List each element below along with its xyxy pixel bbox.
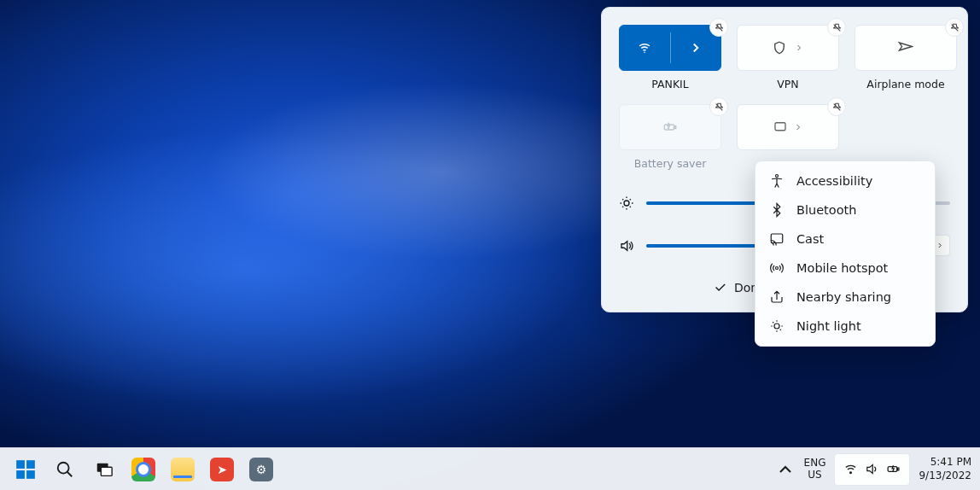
menu-item-mobile-hotspot[interactable]: Mobile hotspot	[761, 254, 930, 283]
menu-item-accessibility[interactable]: Accessibility	[761, 166, 930, 195]
project-icon	[773, 120, 788, 135]
unpin-icon	[714, 102, 725, 113]
hidden-tile[interactable]	[737, 104, 839, 150]
task-view-button[interactable]	[87, 452, 121, 487]
battery-saver-tile[interactable]	[619, 104, 721, 150]
taskbar-right: ENG US 5:41 PM 9/13/2022	[775, 453, 971, 486]
taskview-icon	[95, 460, 114, 479]
svg-rect-15	[26, 470, 35, 479]
wifi-icon	[637, 40, 652, 55]
unpin-icon	[714, 22, 725, 33]
chevron-right-icon	[936, 239, 944, 252]
time-text: 5:41 PM	[919, 456, 971, 470]
unpin-icon	[831, 102, 843, 113]
speaker-icon	[619, 238, 634, 254]
add-tile-menu: Accessibility Bluetooth Cast Mobile hots…	[755, 160, 936, 347]
search-button[interactable]	[48, 452, 82, 487]
wifi-label: PANKIL	[651, 78, 689, 90]
hotspot-icon	[769, 260, 785, 276]
accessibility-icon	[769, 173, 785, 189]
unpin-icon	[831, 22, 843, 33]
svg-rect-3	[775, 123, 785, 131]
pinned-app-red[interactable]: ➤	[205, 452, 239, 487]
wifi-unpin-button[interactable]	[709, 18, 728, 37]
system-tray-button[interactable]	[834, 453, 910, 486]
quick-settings-tiles: PANKIL VPN Airplane mode	[619, 25, 950, 170]
taskbar: ➤ ⚙ ENG US 5:41 PM 9/13/2022	[0, 447, 980, 490]
speaker-icon	[865, 462, 879, 476]
app-icon: ➤	[210, 458, 234, 481]
vpn-label: VPN	[777, 78, 798, 90]
battery-saver-unpin-button[interactable]	[709, 97, 728, 116]
settings-app[interactable]: ⚙	[244, 452, 278, 487]
battery-saver-icon	[662, 120, 678, 135]
svg-rect-13	[26, 460, 35, 469]
battery-saver-tile-wrap: Battery saver	[619, 104, 721, 170]
chevron-right-icon	[794, 40, 804, 55]
language-indicator[interactable]: ENG US	[804, 458, 826, 481]
airplane-label: Airplane mode	[866, 78, 944, 90]
search-icon	[55, 460, 74, 479]
nearby-sharing-icon	[769, 289, 785, 305]
taskbar-left: ➤ ⚙	[9, 452, 278, 487]
svg-rect-21	[898, 468, 899, 470]
cast-icon	[769, 231, 785, 247]
bluetooth-icon	[769, 202, 785, 218]
chevron-up-icon	[775, 459, 796, 480]
svg-point-4	[624, 201, 629, 206]
menu-item-nearby-sharing[interactable]: Nearby sharing	[761, 283, 930, 312]
checkmark-icon	[713, 280, 727, 295]
wifi-toggle[interactable]	[620, 26, 670, 70]
vpn-tile[interactable]	[737, 25, 839, 71]
airplane-tile-wrap: Airplane mode	[855, 25, 957, 90]
menu-item-night-light[interactable]: Night light	[761, 312, 930, 341]
svg-rect-12	[16, 460, 25, 469]
vpn-tile-wrap: VPN	[737, 25, 839, 90]
vpn-unpin-button[interactable]	[827, 18, 846, 37]
start-button[interactable]	[9, 452, 43, 487]
chevron-right-icon	[793, 120, 803, 135]
chrome-icon	[131, 458, 155, 481]
svg-point-19	[850, 472, 852, 474]
svg-point-8	[776, 175, 779, 178]
chrome-app[interactable]	[126, 452, 160, 487]
battery-saver-label: Battery saver	[634, 157, 707, 170]
windows-logo-icon	[15, 458, 37, 481]
airplane-unpin-button[interactable]	[945, 18, 964, 37]
airplane-icon	[898, 40, 913, 55]
svg-point-0	[645, 52, 646, 54]
svg-point-16	[58, 462, 69, 473]
wifi-icon	[843, 462, 858, 476]
menu-item-bluetooth[interactable]: Bluetooth	[761, 195, 930, 225]
night-light-icon	[769, 318, 785, 334]
brightness-icon	[619, 195, 634, 211]
hidden-tile-unpin-button[interactable]	[827, 97, 846, 116]
file-explorer-app[interactable]	[166, 452, 200, 487]
battery-icon	[886, 462, 901, 476]
tray-overflow-button[interactable]	[775, 459, 796, 480]
file-explorer-icon	[171, 458, 195, 481]
wifi-tile[interactable]	[619, 25, 721, 71]
svg-rect-18	[101, 467, 112, 475]
menu-item-cast[interactable]: Cast	[761, 225, 930, 254]
date-text: 9/13/2022	[919, 470, 971, 483]
gear-icon: ⚙	[249, 458, 273, 481]
svg-rect-14	[16, 470, 25, 479]
wifi-tile-wrap: PANKIL	[619, 25, 721, 90]
svg-rect-9	[771, 234, 783, 243]
clock-button[interactable]: 5:41 PM 9/13/2022	[919, 456, 971, 482]
svg-rect-2	[674, 126, 676, 129]
airplane-tile[interactable]	[855, 25, 957, 71]
unpin-icon	[949, 22, 960, 33]
chevron-right-icon	[688, 40, 703, 55]
svg-point-11	[774, 324, 779, 329]
svg-point-10	[776, 267, 779, 270]
shield-icon	[772, 40, 787, 55]
